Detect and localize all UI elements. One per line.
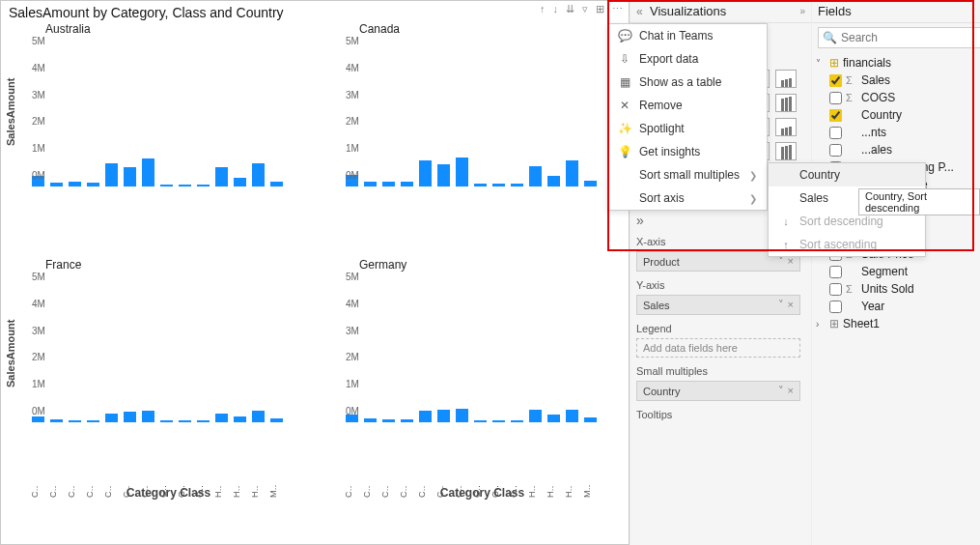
small-multiples-field-pill[interactable]: Country ˅× xyxy=(636,381,800,401)
bar[interactable] xyxy=(547,415,560,422)
bar[interactable] xyxy=(566,410,578,422)
bar[interactable] xyxy=(179,185,191,186)
submenu-item[interactable]: Country xyxy=(769,163,925,186)
bar[interactable] xyxy=(382,182,395,186)
bar[interactable] xyxy=(160,185,173,186)
bar[interactable] xyxy=(474,420,487,422)
bar[interactable] xyxy=(215,414,228,422)
pill-menu-icon[interactable]: ˅ xyxy=(778,299,784,311)
bar[interactable] xyxy=(50,183,63,186)
field-row[interactable]: ΣSales xyxy=(816,72,980,89)
pill-menu-icon[interactable]: ˅ xyxy=(778,385,784,397)
bar[interactable] xyxy=(124,167,136,186)
viz-type-icon[interactable] xyxy=(775,70,797,88)
drill-up-icon[interactable]: ↑ xyxy=(540,3,547,15)
viz-type-icon[interactable] xyxy=(775,118,797,136)
bar[interactable] xyxy=(124,412,136,422)
bar[interactable] xyxy=(566,160,578,186)
bar[interactable] xyxy=(456,409,468,422)
bar[interactable] xyxy=(87,183,99,186)
bar[interactable] xyxy=(105,163,118,186)
bar[interactable] xyxy=(179,420,191,422)
field-row[interactable]: ΣUnits Sold xyxy=(816,280,980,298)
menu-item[interactable]: ▦Show as a table xyxy=(608,71,767,94)
bar[interactable] xyxy=(197,185,210,186)
viz-type-icon[interactable] xyxy=(775,94,797,112)
menu-item[interactable]: ⇩Export data xyxy=(608,47,767,71)
bar[interactable] xyxy=(492,184,505,186)
field-row[interactable]: ΣCOGS xyxy=(816,89,980,106)
collapse-icon[interactable]: « xyxy=(636,5,650,18)
expand-down-icon[interactable]: ⇊ xyxy=(566,3,576,15)
expand-icon[interactable]: › xyxy=(816,319,826,330)
field-row[interactable]: Year xyxy=(816,298,980,315)
bar[interactable] xyxy=(234,416,246,422)
bar[interactable] xyxy=(547,176,560,186)
search-input[interactable] xyxy=(841,31,980,44)
bar[interactable] xyxy=(142,158,154,186)
bar[interactable] xyxy=(456,158,468,186)
menu-item[interactable]: ✕Remove xyxy=(608,94,767,117)
field-checkbox[interactable] xyxy=(829,301,842,313)
bar[interactable] xyxy=(69,182,81,186)
bar[interactable] xyxy=(437,410,450,422)
focus-icon[interactable]: ⊞ xyxy=(596,3,606,15)
field-checkbox[interactable] xyxy=(829,109,842,122)
y-axis-field-pill[interactable]: Sales ˅× xyxy=(636,295,800,315)
bar[interactable] xyxy=(437,164,450,186)
chevron-right-icon[interactable]: » xyxy=(799,6,805,16)
bar[interactable] xyxy=(50,419,63,422)
field-checkbox[interactable] xyxy=(829,74,842,87)
bar[interactable] xyxy=(215,167,228,186)
bar[interactable] xyxy=(419,160,432,186)
field-row[interactable]: Segment xyxy=(816,263,980,280)
field-checkbox[interactable] xyxy=(829,92,842,104)
bar[interactable] xyxy=(142,411,154,422)
bar[interactable] xyxy=(270,418,283,422)
bar[interactable] xyxy=(474,184,487,186)
field-checkbox[interactable] xyxy=(829,127,842,139)
pill-remove-icon[interactable]: × xyxy=(788,299,794,311)
fields-search[interactable]: 🔍 xyxy=(818,27,980,48)
bar[interactable] xyxy=(511,420,523,422)
menu-item[interactable]: ✨Spotlight xyxy=(608,117,767,140)
bar[interactable] xyxy=(419,411,432,422)
bar[interactable] xyxy=(492,420,505,422)
bar[interactable] xyxy=(197,420,210,422)
bar[interactable] xyxy=(160,420,173,422)
field-checkbox[interactable] xyxy=(829,266,842,278)
bar[interactable] xyxy=(364,418,377,422)
bar[interactable] xyxy=(252,411,265,422)
field-row[interactable]: Country xyxy=(816,106,980,124)
bar[interactable] xyxy=(529,166,542,186)
filter-icon[interactable]: ▿ xyxy=(582,3,590,15)
menu-item[interactable]: Sort axis❯ xyxy=(608,186,767,210)
bar[interactable] xyxy=(401,182,413,186)
bar[interactable] xyxy=(382,419,395,422)
expand-icon[interactable]: ˅ xyxy=(816,58,826,69)
table-row[interactable]: ˅⊞financials xyxy=(816,54,980,72)
bar[interactable] xyxy=(87,420,99,422)
menu-item[interactable]: Sort small multiples❯ xyxy=(608,163,767,186)
bar[interactable] xyxy=(252,163,265,186)
menu-item[interactable]: 💡Get insights xyxy=(608,140,767,163)
bar[interactable] xyxy=(234,178,246,186)
menu-item[interactable]: 💬Chat in Teams xyxy=(608,24,767,47)
field-row[interactable]: ...nts xyxy=(816,124,980,141)
more-icon[interactable]: ⋯ xyxy=(612,3,625,15)
bar[interactable] xyxy=(584,417,597,422)
bar[interactable] xyxy=(69,420,81,422)
field-row[interactable]: ...ales xyxy=(816,141,980,158)
bar[interactable] xyxy=(529,410,542,422)
field-checkbox[interactable] xyxy=(829,144,842,157)
drill-down-icon[interactable]: ↓ xyxy=(553,3,561,15)
viz-type-icon[interactable] xyxy=(775,142,797,160)
legend-dropzone[interactable]: Add data fields here xyxy=(636,338,800,358)
table-row[interactable]: ›⊞Sheet1 xyxy=(816,315,980,332)
chart-visual[interactable]: SalesAmount by Category, Class and Count… xyxy=(0,0,630,545)
bar[interactable] xyxy=(401,419,413,422)
bar[interactable] xyxy=(105,414,118,422)
bar[interactable] xyxy=(270,182,283,186)
field-checkbox[interactable] xyxy=(829,283,842,296)
bar[interactable] xyxy=(364,182,377,186)
